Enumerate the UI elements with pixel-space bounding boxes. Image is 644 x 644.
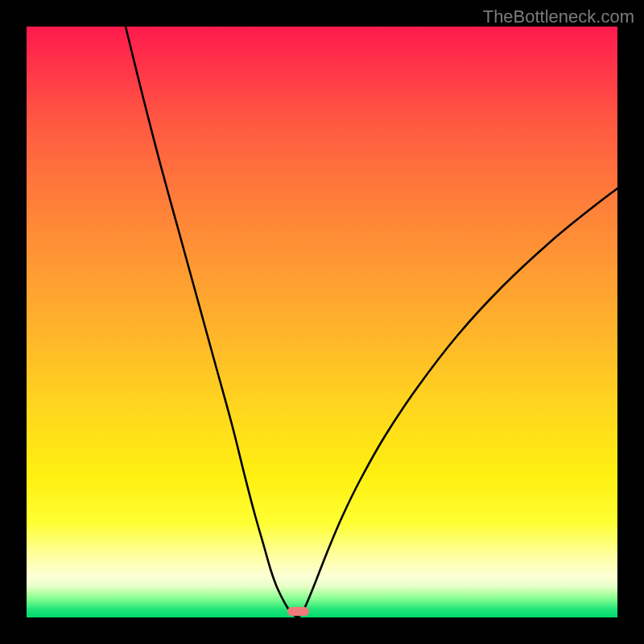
chart-container: TheBottleneck.com	[0, 0, 644, 644]
plot-area	[27, 27, 617, 617]
curve-svg	[27, 27, 617, 617]
bottleneck-marker	[287, 607, 309, 616]
curve-right-branch	[298, 188, 617, 617]
watermark-text: TheBottleneck.com	[483, 6, 634, 27]
curve-left-branch	[126, 27, 298, 617]
